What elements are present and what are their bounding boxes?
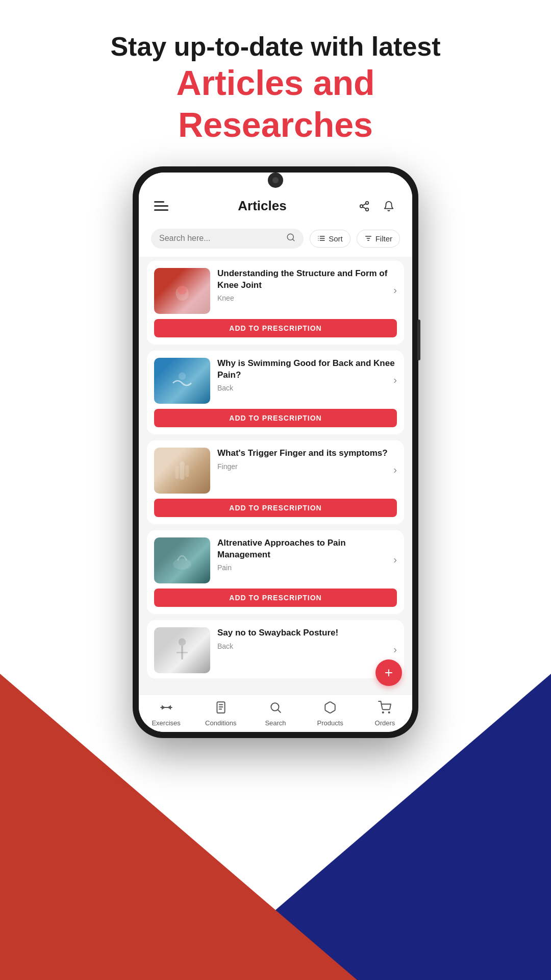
search-icon — [286, 233, 295, 244]
page-title-highlight: Articles and Researches — [0, 62, 551, 145]
svg-line-3 — [363, 207, 366, 209]
sort-button[interactable]: Sort — [310, 230, 350, 248]
article-category: Finger — [217, 462, 397, 471]
search-filter-bar: Sort Filter — [139, 223, 412, 257]
phone-notch — [268, 173, 283, 188]
article-title: Why is Swimming Good for Back and Knee P… — [217, 358, 397, 381]
phone-wrapper: Articles — [0, 166, 551, 738]
add-prescription-button[interactable]: ADD TO PRESCRIPTION — [154, 319, 397, 337]
phone-screen: Articles — [139, 173, 412, 732]
conditions-label: Conditions — [205, 719, 236, 727]
article-category: Back — [217, 642, 397, 650]
article-card-bottom: ADD TO PRESCRIPTION — [147, 589, 404, 614]
article-image — [154, 627, 210, 673]
nav-item-search[interactable]: Search — [248, 701, 303, 727]
article-card-top: What's Trigger Finger and its symptoms? … — [147, 440, 404, 499]
article-card-top: Why is Swimming Good for Back and Knee P… — [147, 351, 404, 409]
article-title: Say no to Swayback Posture! — [217, 627, 397, 639]
bottom-nav: Exercises Conditions — [139, 694, 412, 732]
article-title: What's Trigger Finger and its symptoms? — [217, 448, 397, 459]
header-icons — [356, 198, 397, 214]
menu-button[interactable] — [154, 201, 168, 211]
article-arrow-icon[interactable]: › — [393, 463, 397, 475]
article-category: Knee — [217, 294, 397, 302]
menu-line — [154, 205, 168, 207]
nav-item-exercises[interactable]: Exercises — [139, 701, 193, 727]
article-card: Understanding the Structure and Form of … — [147, 261, 404, 345]
article-title: Understanding the Structure and Form of … — [217, 268, 397, 291]
phone-side-button — [417, 320, 420, 360]
search-input[interactable] — [159, 234, 282, 243]
svg-point-35 — [271, 703, 279, 710]
article-arrow-icon[interactable]: › — [393, 643, 397, 655]
svg-rect-21 — [185, 465, 189, 477]
article-info: Say no to Swayback Posture! Back — [217, 627, 397, 650]
svg-point-37 — [383, 712, 384, 713]
add-prescription-button[interactable]: ADD TO PRESCRIPTION — [154, 589, 397, 607]
article-arrow-icon[interactable]: › — [393, 284, 397, 296]
search-wrapper — [151, 229, 304, 249]
article-category: Back — [217, 384, 397, 392]
exercises-icon — [160, 701, 173, 717]
article-category: Pain — [217, 564, 397, 572]
nav-item-products[interactable]: Products — [303, 701, 358, 727]
fab-button[interactable]: + — [375, 659, 402, 686]
article-card-bottom: ADD TO PRESCRIPTION — [147, 499, 404, 524]
svg-line-4 — [363, 204, 366, 206]
add-prescription-button[interactable]: ADD TO PRESCRIPTION — [154, 499, 397, 517]
orders-icon — [378, 701, 391, 717]
article-image — [154, 268, 210, 314]
menu-line — [154, 201, 164, 203]
article-card: What's Trigger Finger and its symptoms? … — [147, 440, 404, 524]
article-title: Altrenative Approaches to Pain Managemen… — [217, 537, 397, 561]
search-nav-label: Search — [265, 719, 286, 727]
article-info: Altrenative Approaches to Pain Managemen… — [217, 537, 397, 572]
svg-point-23 — [179, 638, 186, 645]
svg-point-18 — [179, 372, 186, 379]
article-card-top: Altrenative Approaches to Pain Managemen… — [147, 530, 404, 589]
bell-icon[interactable] — [381, 198, 397, 214]
article-arrow-icon[interactable]: › — [393, 553, 397, 565]
filter-button[interactable]: Filter — [357, 230, 400, 248]
products-icon — [323, 701, 337, 717]
page-header: Stay up-to-date with latest Articles and… — [0, 0, 551, 166]
add-prescription-button[interactable]: ADD TO PRESCRIPTION — [154, 409, 397, 427]
share-icon[interactable] — [356, 198, 372, 214]
article-card-top: Understanding the Structure and Form of … — [147, 261, 404, 319]
screen-inner: Understanding the Structure and Form of … — [139, 257, 412, 732]
menu-line — [154, 209, 168, 211]
article-card: Why is Swimming Good for Back and Knee P… — [147, 351, 404, 434]
svg-line-36 — [278, 710, 281, 713]
article-image — [154, 537, 210, 583]
app-title: Articles — [238, 198, 286, 214]
svg-line-6 — [293, 239, 294, 240]
svg-rect-20 — [176, 466, 179, 479]
article-image — [154, 358, 210, 404]
svg-point-22 — [173, 558, 191, 570]
article-card: Altrenative Approaches to Pain Managemen… — [147, 530, 404, 614]
nav-item-conditions[interactable]: Conditions — [193, 701, 248, 727]
article-card-bottom: ADD TO PRESCRIPTION — [147, 319, 404, 345]
article-card-bottom: ADD TO PRESCRIPTION — [147, 409, 404, 434]
article-info: What's Trigger Finger and its symptoms? … — [217, 448, 397, 471]
svg-point-38 — [389, 712, 390, 713]
article-info: Why is Swimming Good for Back and Knee P… — [217, 358, 397, 393]
article-info: Understanding the Structure and Form of … — [217, 268, 397, 303]
exercises-label: Exercises — [152, 719, 180, 727]
articles-list: Understanding the Structure and Form of … — [139, 257, 412, 694]
nav-item-orders[interactable]: Orders — [358, 701, 412, 727]
svg-rect-19 — [180, 461, 185, 480]
page-subtitle: Stay up-to-date with latest — [0, 31, 551, 62]
products-label: Products — [317, 719, 343, 727]
phone-device: Articles — [133, 166, 418, 738]
article-card: Say no to Swayback Posture! Back › — [147, 620, 404, 678]
svg-rect-31 — [217, 702, 224, 713]
svg-point-17 — [178, 285, 187, 295]
search-nav-icon — [269, 701, 282, 717]
orders-label: Orders — [375, 719, 395, 727]
article-arrow-icon[interactable]: › — [393, 374, 397, 385]
article-image — [154, 448, 210, 494]
conditions-icon — [214, 701, 228, 717]
article-card-top: Say no to Swayback Posture! Back › — [147, 620, 404, 678]
